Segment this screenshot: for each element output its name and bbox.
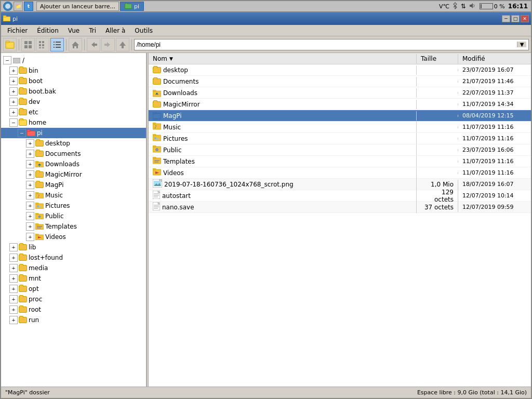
- tree-expander-root-dir[interactable]: +: [9, 305, 18, 314]
- tree-expander-pi[interactable]: −: [18, 129, 26, 137]
- taskbar-icon-1[interactable]: [3, 2, 12, 11]
- address-dropdown-button[interactable]: ▼: [517, 42, 526, 47]
- tree-expander-lib[interactable]: +: [9, 243, 18, 251]
- file-row-screenshot[interactable]: 2019-07-18-160736_1024x768_scrot.png 1,0…: [149, 179, 531, 190]
- col-date-header[interactable]: Modifié: [458, 54, 531, 63]
- tree-item-magpi[interactable]: + MagPi: [1, 180, 146, 190]
- svg-point-62: [156, 149, 158, 151]
- tree-item-root-dir[interactable]: + root: [1, 304, 146, 315]
- tree-expander-mnt[interactable]: +: [9, 274, 18, 283]
- file-row-magpi[interactable]: MagPi 08/04/2019 12:15: [149, 110, 531, 122]
- tree-item-run[interactable]: + run: [1, 315, 146, 325]
- tree-expander-downloads[interactable]: +: [26, 160, 34, 168]
- svg-rect-26: [27, 131, 35, 136]
- menu-fichier[interactable]: Fichier: [3, 26, 32, 35]
- taskbar-app2-button[interactable]: pi: [120, 2, 144, 11]
- tree-expander-dev[interactable]: +: [9, 98, 18, 106]
- tree-item-pi[interactable]: − pi: [1, 128, 146, 138]
- tree-item-lib[interactable]: + lib: [1, 242, 146, 252]
- tree-item-desktop[interactable]: + desktop: [1, 138, 146, 149]
- file-row-videos[interactable]: Videos 11/07/2019 11:16: [149, 167, 531, 179]
- minimize-button[interactable]: ─: [502, 15, 510, 22]
- taskbar-icon-3[interactable]: t: [24, 2, 33, 11]
- icon-view-button[interactable]: [21, 38, 35, 51]
- tree-expander-magicmirror[interactable]: +: [26, 170, 34, 179]
- menu-edition[interactable]: Édition: [33, 26, 63, 35]
- tree-item-music[interactable]: + ♪ Music: [1, 190, 146, 201]
- tree-item-bin[interactable]: + bin: [1, 65, 146, 76]
- file-row-music[interactable]: ♪ Music 11/07/2019 11:16: [149, 122, 531, 133]
- tree-label-home: home: [29, 119, 46, 126]
- tree-expander-proc[interactable]: +: [9, 295, 18, 303]
- file-date-pictures: 11/07/2019 11:16: [458, 134, 531, 143]
- menu-outils[interactable]: Outils: [130, 26, 157, 35]
- svg-text:♪: ♪: [154, 125, 157, 129]
- col-size-header[interactable]: Taille: [417, 54, 458, 63]
- file-row-templates[interactable]: Templates 11/07/2019 11:16: [149, 156, 531, 167]
- up-button[interactable]: [116, 38, 129, 51]
- menu-vue[interactable]: Vue: [64, 26, 84, 35]
- file-row-magicmirror[interactable]: MagicMirror 11/07/2019 14:34: [149, 99, 531, 110]
- maximize-button[interactable]: □: [511, 15, 520, 22]
- tree-expander-opt[interactable]: +: [9, 285, 18, 293]
- svg-rect-10: [42, 41, 44, 43]
- file-row-nanosave[interactable]: nano.save 37 octets 12/07/2019 09:59: [149, 202, 531, 213]
- compact-view-button[interactable]: [36, 38, 49, 51]
- folder-icon-root-dir: [19, 305, 27, 314]
- tree-item-videos[interactable]: + Videos: [1, 232, 146, 242]
- file-row-public[interactable]: Public 23/07/2019 16:06: [149, 144, 531, 156]
- tree-item-root[interactable]: − /: [1, 55, 146, 65]
- file-row-autostart[interactable]: autostart 129 octets 12/07/2019 10:14: [149, 190, 531, 202]
- tree-expander-boot[interactable]: +: [9, 77, 18, 85]
- address-input[interactable]: [137, 41, 517, 48]
- tree-item-magicmirror[interactable]: + MagicMirror: [1, 169, 146, 180]
- tree-expander-pictures[interactable]: +: [26, 202, 34, 210]
- close-button[interactable]: ✕: [521, 15, 529, 22]
- menu-tri[interactable]: Tri: [85, 26, 100, 35]
- tree-item-bootbak[interactable]: + boot.bak: [1, 86, 146, 97]
- tree-item-proc[interactable]: + proc: [1, 294, 146, 304]
- taskbar-icon-2[interactable]: 📁: [14, 2, 23, 11]
- tree-expander-etc[interactable]: +: [9, 108, 18, 116]
- forward-button[interactable]: [101, 38, 115, 51]
- file-row-desktop[interactable]: desktop 23/07/2019 16:07: [149, 64, 531, 76]
- file-row-downloads[interactable]: Downloads 22/07/2019 11:37: [149, 87, 531, 99]
- tree-item-documents[interactable]: + Documents: [1, 149, 146, 159]
- tree-item-public[interactable]: + Public: [1, 211, 146, 221]
- tree-item-opt[interactable]: + opt: [1, 284, 146, 294]
- new-folder-button[interactable]: [3, 38, 17, 51]
- file-row-documents[interactable]: Documents 21/07/2019 11:46: [149, 76, 531, 87]
- tree-expander-root[interactable]: −: [3, 56, 11, 64]
- svg-rect-66: [154, 162, 158, 163]
- tree-item-home[interactable]: − home: [1, 117, 146, 128]
- tree-item-boot[interactable]: + boot: [1, 76, 146, 86]
- tree-expander-bootbak[interactable]: +: [9, 87, 18, 96]
- taskbar-app1-button[interactable]: Ajouter un lanceur barre...: [36, 2, 119, 11]
- tree-expander-magpi[interactable]: +: [26, 181, 34, 189]
- back-button[interactable]: [87, 38, 100, 51]
- home-button[interactable]: [69, 38, 82, 51]
- tree-item-dev[interactable]: + dev: [1, 97, 146, 107]
- tree-item-mnt[interactable]: + mnt: [1, 273, 146, 284]
- tree-expander-videos[interactable]: +: [26, 233, 34, 241]
- tree-expander-run[interactable]: +: [9, 316, 18, 324]
- col-name-header[interactable]: Nom ▼: [149, 54, 417, 63]
- tree-expander-public[interactable]: +: [26, 212, 34, 220]
- tree-item-etc[interactable]: + etc: [1, 107, 146, 117]
- file-row-pictures[interactable]: Pictures 11/07/2019 11:16: [149, 133, 531, 144]
- tree-item-templates[interactable]: + Templates: [1, 221, 146, 232]
- tree-expander-media[interactable]: +: [9, 264, 18, 272]
- tree-expander-music[interactable]: +: [26, 191, 34, 200]
- tree-item-lostfound[interactable]: + lost+found: [1, 252, 146, 263]
- tree-item-media[interactable]: + media: [1, 263, 146, 273]
- detail-view-button[interactable]: [50, 38, 64, 51]
- tree-item-pictures[interactable]: + Pictures: [1, 201, 146, 211]
- tree-expander-home[interactable]: −: [9, 118, 18, 127]
- tree-item-downloads[interactable]: + Downloads: [1, 159, 146, 169]
- tree-expander-desktop[interactable]: +: [26, 139, 34, 148]
- tree-expander-documents[interactable]: +: [26, 150, 34, 158]
- tree-expander-bin[interactable]: +: [9, 66, 18, 75]
- tree-expander-templates[interactable]: +: [26, 222, 34, 231]
- tree-expander-lostfound[interactable]: +: [9, 254, 18, 262]
- menu-aller[interactable]: Aller à: [101, 26, 129, 35]
